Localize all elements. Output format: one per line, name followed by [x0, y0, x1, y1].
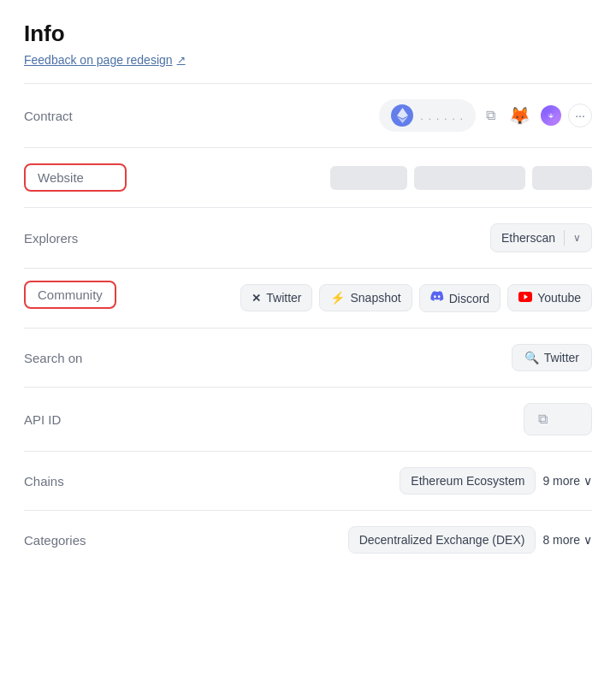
explorers-dropdown[interactable]: Etherscan ∨	[490, 223, 592, 252]
snapshot-community-button[interactable]: ⚡ Snapshot	[319, 284, 412, 311]
community-label-wrap: Community	[24, 284, 127, 303]
search-on-content: 🔍 Twitter	[140, 344, 592, 371]
svg-point-1	[549, 114, 551, 115]
categories-row: Categories Decentralized Exchange (DEX) …	[24, 511, 592, 569]
chains-content: Ethereum Ecosystem 9 more ∨	[140, 467, 592, 495]
copy-api-id-button[interactable]: ⧉	[535, 410, 551, 429]
copy-contract-button[interactable]: ⧉	[483, 106, 499, 125]
contract-pill: . . . . . .	[379, 99, 476, 132]
chains-row: Chains Ethereum Ecosystem 9 more ∨	[24, 452, 592, 510]
explorers-label: Explorers	[24, 231, 127, 246]
api-id-label: API ID	[24, 412, 127, 427]
categories-more-label: 8 more	[542, 533, 580, 547]
rabby-icon	[541, 105, 561, 126]
explorers-content: Etherscan ∨	[140, 223, 592, 252]
dropdown-divider	[564, 230, 565, 246]
search-on-label: Search on	[24, 351, 127, 365]
contract-address: . . . . . .	[420, 110, 464, 122]
search-twitter-button[interactable]: 🔍 Twitter	[512, 344, 592, 371]
website-content	[140, 166, 592, 190]
feedback-link-text: Feedback on page redesign	[24, 53, 173, 67]
svg-point-2	[551, 114, 553, 115]
search-icon: 🔍	[524, 351, 539, 364]
community-buttons: ✕ Twitter ⚡ Snapshot Discord Youtube	[140, 284, 592, 312]
api-id-content: ⧉	[140, 403, 592, 435]
contract-label: Contract	[24, 109, 127, 123]
chains-more-label: 9 more	[542, 474, 580, 488]
twitter-label: Twitter	[266, 291, 301, 305]
website-placeholder-1	[330, 166, 407, 190]
community-row: Community ✕ Twitter ⚡ Snapshot Discord	[24, 269, 592, 328]
chains-more-button[interactable]: 9 more ∨	[542, 474, 592, 488]
more-options-button[interactable]: ···	[568, 104, 592, 127]
search-on-row: Search on 🔍 Twitter	[24, 329, 592, 387]
api-id-row: API ID ⧉	[24, 388, 592, 451]
external-link-icon: ↗	[177, 54, 186, 66]
contract-content: . . . . . . ⧉ 🦊 ···	[140, 99, 592, 132]
chevron-down-icon: ∨	[573, 232, 581, 244]
youtube-icon	[518, 291, 532, 305]
website-label: Website	[24, 163, 127, 192]
ethereum-ecosystem-tag: Ethereum Ecosystem	[400, 467, 536, 495]
youtube-label: Youtube	[537, 291, 581, 305]
community-label: Community	[24, 281, 116, 309]
snapshot-icon: ⚡	[330, 291, 345, 305]
page-title: Info	[24, 21, 592, 47]
ethereum-icon	[391, 104, 413, 127]
dex-tag: Decentralized Exchange (DEX)	[348, 526, 536, 554]
x-twitter-icon: ✕	[252, 292, 261, 305]
explorers-row: Explorers Etherscan ∨	[24, 208, 592, 268]
search-platform-label: Twitter	[544, 351, 579, 364]
discord-icon	[430, 291, 444, 305]
metamask-button[interactable]: 🦊	[506, 104, 534, 127]
snapshot-label: Snapshot	[350, 291, 400, 305]
page-header: Info Feedback on page redesign ↗	[24, 21, 592, 68]
discord-label: Discord	[449, 292, 489, 305]
website-row: Website	[24, 148, 592, 207]
feedback-link[interactable]: Feedback on page redesign ↗	[24, 53, 186, 67]
categories-label: Categories	[24, 533, 127, 548]
website-placeholder-3	[532, 166, 592, 190]
categories-chevron-icon: ∨	[583, 533, 592, 547]
contract-row: Contract . . . . . . ⧉ 🦊	[24, 84, 592, 147]
categories-content: Decentralized Exchange (DEX) 8 more ∨	[140, 526, 592, 554]
chains-label: Chains	[24, 474, 127, 489]
categories-more-button[interactable]: 8 more ∨	[542, 533, 592, 547]
chains-chevron-icon: ∨	[583, 474, 592, 488]
discord-community-button[interactable]: Discord	[419, 284, 500, 312]
api-id-box: ⧉	[524, 403, 592, 435]
etherscan-label: Etherscan	[501, 231, 555, 245]
youtube-community-button[interactable]: Youtube	[507, 284, 592, 311]
website-placeholder-2	[414, 166, 525, 190]
twitter-community-button[interactable]: ✕ Twitter	[240, 284, 312, 311]
